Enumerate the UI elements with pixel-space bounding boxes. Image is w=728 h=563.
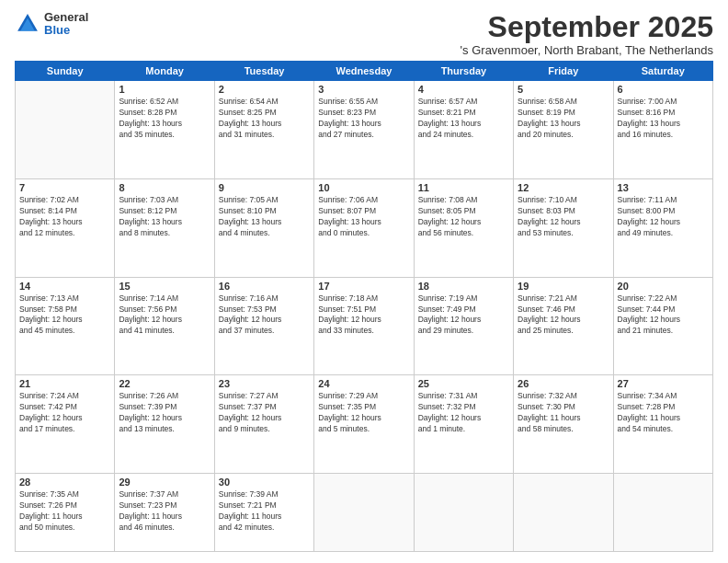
calendar-cell: 14Sunrise: 7:13 AMSunset: 7:58 PMDayligh… — [16, 277, 115, 375]
calendar-cell — [613, 474, 712, 552]
day-number: 10 — [318, 182, 409, 193]
location: 's Gravenmoer, North Brabant, The Nether… — [461, 43, 713, 57]
day-info: Sunrise: 7:29 AMSunset: 7:35 PMDaylight:… — [318, 391, 409, 435]
calendar-cell: 13Sunrise: 7:11 AMSunset: 8:00 PMDayligh… — [613, 178, 712, 277]
day-info: Sunrise: 7:39 AMSunset: 7:21 PMDaylight:… — [219, 489, 310, 534]
calendar-cell: 3Sunrise: 6:55 AMSunset: 8:23 PMDaylight… — [314, 81, 414, 179]
calendar-cell: 28Sunrise: 7:35 AMSunset: 7:26 PMDayligh… — [16, 474, 115, 552]
calendar-cell: 21Sunrise: 7:24 AMSunset: 7:42 PMDayligh… — [16, 375, 115, 474]
day-info: Sunrise: 7:11 AMSunset: 8:00 PMDaylight:… — [618, 195, 709, 239]
calendar-cell: 20Sunrise: 7:22 AMSunset: 7:44 PMDayligh… — [613, 277, 712, 375]
calendar-cell: 24Sunrise: 7:29 AMSunset: 7:35 PMDayligh… — [314, 375, 414, 474]
day-number: 15 — [119, 281, 210, 292]
calendar-cell: 18Sunrise: 7:19 AMSunset: 7:49 PMDayligh… — [414, 277, 513, 375]
day-info: Sunrise: 7:02 AMSunset: 8:14 PMDaylight:… — [19, 195, 110, 239]
calendar-header-row: SundayMondayTuesdayWednesdayThursdayFrid… — [16, 62, 713, 81]
calendar-cell — [514, 474, 613, 552]
day-number: 18 — [418, 281, 509, 292]
day-number: 2 — [219, 84, 310, 95]
day-number: 21 — [19, 378, 110, 389]
calendar-cell: 7Sunrise: 7:02 AMSunset: 8:14 PMDaylight… — [16, 178, 115, 277]
calendar-cell: 11Sunrise: 7:08 AMSunset: 8:05 PMDayligh… — [414, 178, 513, 277]
day-number: 16 — [219, 281, 310, 292]
day-number: 17 — [318, 281, 409, 292]
logo: General Blue — [15, 11, 88, 38]
calendar-cell: 5Sunrise: 6:58 AMSunset: 8:19 PMDaylight… — [514, 81, 613, 179]
day-info: Sunrise: 7:31 AMSunset: 7:32 PMDaylight:… — [418, 391, 509, 435]
day-info: Sunrise: 7:26 AMSunset: 7:39 PMDaylight:… — [119, 391, 210, 435]
day-number: 23 — [219, 378, 310, 389]
day-number: 3 — [318, 84, 409, 95]
calendar-cell: 9Sunrise: 7:05 AMSunset: 8:10 PMDaylight… — [214, 178, 313, 277]
day-number: 27 — [618, 378, 709, 389]
calendar-header-sunday: Sunday — [16, 62, 115, 81]
day-number: 26 — [518, 378, 609, 389]
page: General Blue September 2025 's Gravenmoe… — [0, 0, 728, 563]
day-info: Sunrise: 7:21 AMSunset: 7:46 PMDaylight:… — [518, 293, 609, 338]
calendar-cell: 1Sunrise: 6:52 AMSunset: 8:28 PMDaylight… — [115, 81, 214, 179]
logo-icon — [15, 11, 40, 37]
calendar-cell: 4Sunrise: 6:57 AMSunset: 8:21 PMDaylight… — [414, 81, 513, 179]
calendar-cell: 2Sunrise: 6:54 AMSunset: 8:25 PMDaylight… — [214, 81, 313, 179]
calendar-cell: 25Sunrise: 7:31 AMSunset: 7:32 PMDayligh… — [414, 375, 513, 474]
month-title: September 2025 — [461, 11, 713, 43]
day-info: Sunrise: 6:54 AMSunset: 8:25 PMDaylight:… — [219, 97, 310, 141]
day-number: 6 — [618, 84, 709, 95]
day-number: 4 — [418, 84, 509, 95]
calendar-week-5: 28Sunrise: 7:35 AMSunset: 7:26 PMDayligh… — [16, 474, 713, 552]
day-number: 28 — [19, 477, 110, 488]
calendar-week-3: 14Sunrise: 7:13 AMSunset: 7:58 PMDayligh… — [16, 277, 713, 375]
logo-text: General Blue — [44, 11, 88, 38]
day-number: 30 — [219, 477, 310, 488]
calendar-cell: 19Sunrise: 7:21 AMSunset: 7:46 PMDayligh… — [514, 277, 613, 375]
day-info: Sunrise: 7:18 AMSunset: 7:51 PMDaylight:… — [318, 293, 409, 338]
day-info: Sunrise: 7:27 AMSunset: 7:37 PMDaylight:… — [219, 391, 310, 435]
day-info: Sunrise: 7:35 AMSunset: 7:26 PMDaylight:… — [19, 489, 110, 534]
calendar-cell: 17Sunrise: 7:18 AMSunset: 7:51 PMDayligh… — [314, 277, 414, 375]
day-number: 19 — [518, 281, 609, 292]
day-info: Sunrise: 7:06 AMSunset: 8:07 PMDaylight:… — [318, 195, 409, 239]
calendar-header-tuesday: Tuesday — [214, 62, 313, 81]
day-info: Sunrise: 6:57 AMSunset: 8:21 PMDaylight:… — [418, 97, 509, 141]
day-info: Sunrise: 7:13 AMSunset: 7:58 PMDaylight:… — [19, 293, 110, 338]
day-number: 22 — [119, 378, 210, 389]
day-number: 24 — [318, 378, 409, 389]
calendar-header-monday: Monday — [115, 62, 214, 81]
day-info: Sunrise: 7:34 AMSunset: 7:28 PMDaylight:… — [618, 391, 709, 435]
day-info: Sunrise: 6:55 AMSunset: 8:23 PMDaylight:… — [318, 97, 409, 141]
day-info: Sunrise: 7:37 AMSunset: 7:23 PMDaylight:… — [119, 489, 210, 534]
day-info: Sunrise: 7:14 AMSunset: 7:56 PMDaylight:… — [119, 293, 210, 338]
day-number: 12 — [518, 182, 609, 193]
calendar-cell: 15Sunrise: 7:14 AMSunset: 7:56 PMDayligh… — [115, 277, 214, 375]
calendar-cell: 22Sunrise: 7:26 AMSunset: 7:39 PMDayligh… — [115, 375, 214, 474]
day-number: 20 — [618, 281, 709, 292]
day-info: Sunrise: 7:00 AMSunset: 8:16 PMDaylight:… — [618, 97, 709, 141]
calendar-cell: 12Sunrise: 7:10 AMSunset: 8:03 PMDayligh… — [514, 178, 613, 277]
day-number: 13 — [618, 182, 709, 193]
calendar-cell: 10Sunrise: 7:06 AMSunset: 8:07 PMDayligh… — [314, 178, 414, 277]
calendar-cell — [314, 474, 414, 552]
calendar-header-saturday: Saturday — [613, 62, 712, 81]
day-info: Sunrise: 7:16 AMSunset: 7:53 PMDaylight:… — [219, 293, 310, 338]
day-info: Sunrise: 7:10 AMSunset: 8:03 PMDaylight:… — [518, 195, 609, 239]
day-info: Sunrise: 7:22 AMSunset: 7:44 PMDaylight:… — [618, 293, 709, 338]
calendar-cell — [16, 81, 115, 179]
day-info: Sunrise: 7:19 AMSunset: 7:49 PMDaylight:… — [418, 293, 509, 338]
day-info: Sunrise: 7:08 AMSunset: 8:05 PMDaylight:… — [418, 195, 509, 239]
day-number: 11 — [418, 182, 509, 193]
day-info: Sunrise: 7:05 AMSunset: 8:10 PMDaylight:… — [219, 195, 310, 239]
day-info: Sunrise: 7:24 AMSunset: 7:42 PMDaylight:… — [19, 391, 110, 435]
calendar-week-1: 1Sunrise: 6:52 AMSunset: 8:28 PMDaylight… — [16, 81, 713, 179]
calendar-cell: 26Sunrise: 7:32 AMSunset: 7:30 PMDayligh… — [514, 375, 613, 474]
calendar-header-friday: Friday — [514, 62, 613, 81]
header: General Blue September 2025 's Gravenmoe… — [15, 11, 713, 57]
day-info: Sunrise: 6:52 AMSunset: 8:28 PMDaylight:… — [119, 97, 210, 141]
day-number: 1 — [119, 84, 210, 95]
day-number: 9 — [219, 182, 310, 193]
calendar-header-thursday: Thursday — [414, 62, 513, 81]
day-number: 14 — [19, 281, 110, 292]
calendar: SundayMondayTuesdayWednesdayThursdayFrid… — [15, 61, 713, 552]
calendar-cell: 27Sunrise: 7:34 AMSunset: 7:28 PMDayligh… — [613, 375, 712, 474]
day-number: 8 — [119, 182, 210, 193]
calendar-week-4: 21Sunrise: 7:24 AMSunset: 7:42 PMDayligh… — [16, 375, 713, 474]
